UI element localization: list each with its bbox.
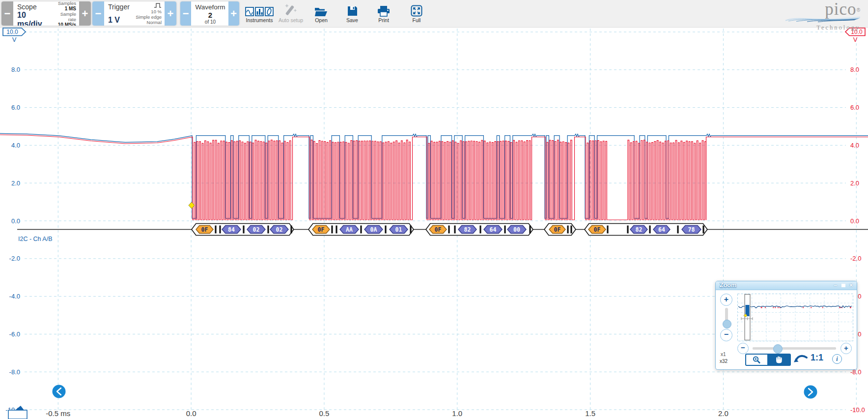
scroll-right-button[interactable] — [804, 386, 817, 399]
right-axis-tick: -10.0 — [850, 406, 865, 414]
right-axis-tick: 4.0 — [850, 142, 859, 149]
scope-panel: − Scope 10 ms/div Samples 1 MS Sample ra… — [1, 1, 91, 26]
logo-trademark: ® — [857, 7, 860, 13]
sample-rate-value: 10 MS/s — [52, 22, 76, 26]
zoom-close-button[interactable]: × — [848, 282, 854, 289]
print-button[interactable]: Print — [371, 2, 396, 23]
full-screen-button[interactable]: Full — [404, 2, 429, 23]
trigger-edge-type: Simple edge — [136, 14, 162, 20]
magnifier-plus-icon — [752, 356, 762, 364]
zoom-horizontal-in-button[interactable]: + — [840, 343, 852, 354]
waveform-count: of 10 — [205, 19, 216, 25]
i2c-ack-bar — [290, 226, 292, 234]
left-axis-tick: 0.0 — [11, 217, 20, 225]
open-button[interactable]: Open — [308, 2, 335, 23]
instruments-button[interactable]: Instruments — [244, 2, 275, 23]
zoom-info-button[interactable]: i — [832, 354, 842, 364]
i2c-ack-bar — [336, 226, 337, 234]
samples-label: Samples — [52, 1, 76, 6]
i2c-ack-bar — [567, 226, 568, 234]
i2c-byte-value: 82 — [464, 226, 471, 233]
i2c-ack-bar — [243, 226, 244, 234]
zoom-magnifier-tool-button[interactable] — [745, 354, 768, 366]
i2c-ack-bar — [649, 226, 650, 234]
undo-arrow-icon — [793, 354, 808, 363]
left-axis-tick: -2.0 — [9, 255, 20, 262]
i2c-byte-value: 0F — [435, 226, 442, 233]
zoom-scale-bottom-label: x32 — [720, 359, 728, 364]
auto-setup-icon — [277, 2, 305, 17]
zoom-horizontal-slider-thumb[interactable] — [773, 344, 783, 354]
i2c-ack-bar — [454, 226, 455, 234]
trigger-marker-diamond[interactable] — [189, 202, 195, 209]
i2c-byte-value: 0F — [594, 226, 601, 233]
scope-title[interactable]: Scope — [17, 3, 52, 11]
scope-increase-button[interactable]: + — [79, 1, 91, 26]
trigger-decrease-button[interactable]: − — [92, 1, 104, 26]
zoom-maximize-button[interactable] — [840, 282, 846, 289]
trigger-panel: − Trigger 1 V 10 % Simple edge Normal + — [92, 1, 176, 26]
i2c-byte-value: 02 — [276, 226, 283, 233]
waveform-next-button[interactable]: + — [228, 1, 239, 26]
zoom-horizontal-slider-track[interactable] — [753, 347, 836, 350]
zoom-vertical-out-button[interactable]: − — [720, 329, 732, 341]
left-axis-tick: -8.0 — [9, 368, 20, 376]
logo-sub: Technology — [777, 25, 860, 31]
i2c-byte-value: 64 — [490, 226, 497, 233]
save-button[interactable]: Save — [340, 2, 364, 23]
i2c-ack-bar — [627, 226, 628, 234]
left-axis-tick: 8.0 — [11, 66, 20, 73]
trigger-title[interactable]: Trigger — [108, 3, 130, 11]
i2c-byte-value: 64 — [658, 226, 665, 233]
zoom-undo-button[interactable] — [793, 354, 808, 365]
i2c-ack-bar — [360, 226, 362, 234]
right-axis-tick: -2.0 — [850, 255, 861, 262]
waveform-panel: − Waveform 2 of 10 + — [180, 1, 239, 26]
right-axis-tick: 6.0 — [850, 104, 859, 111]
zoom-overview-chart[interactable] — [737, 294, 853, 341]
zoom-pan-tool-button[interactable] — [767, 354, 791, 366]
i2c-ack-bar — [677, 226, 678, 234]
i2c-ack-bar — [331, 226, 333, 234]
samples-value: 1 MS — [52, 6, 76, 11]
decode-channel-label: I2C - Ch A/B — [18, 236, 52, 242]
pico-technology-logo: pico® Technology — [777, 0, 860, 31]
i2c-byte-value: 0A — [370, 226, 377, 233]
trigger-increase-button[interactable]: + — [165, 1, 176, 26]
waveform-previous-button[interactable]: − — [180, 1, 191, 26]
print-icon — [371, 2, 396, 17]
save-floppy-icon — [340, 2, 364, 17]
i2c-ack-bar — [504, 226, 505, 234]
zoom-panel-title: Zoom — [720, 282, 736, 289]
i2c-ack-bar — [529, 226, 531, 234]
left-axis-tag-value: 10.0 — [6, 29, 18, 35]
scope-decrease-button[interactable]: − — [1, 1, 13, 26]
zoom-ratio-button[interactable]: 1:1 — [811, 353, 823, 363]
auto-setup-button[interactable]: Auto setup — [277, 2, 305, 23]
i2c-ack-bar — [607, 226, 608, 234]
logo-waves — [777, 14, 860, 24]
scroll-left-button[interactable] — [53, 385, 66, 398]
i2c-byte-value: 82 — [636, 226, 643, 233]
right-axis-tick: 0.0 — [850, 217, 859, 225]
i2c-byte-value: 0F — [318, 226, 325, 233]
zoom-minimize-button[interactable]: – — [832, 282, 839, 289]
zoom-horizontal-out-button[interactable]: − — [737, 343, 749, 354]
sample-rate-label: Sample rate — [52, 11, 76, 22]
scope-timebase-value[interactable]: 10 ms/div — [17, 11, 52, 26]
waveform-title: Waveform — [195, 3, 225, 11]
trigger-edge-icon — [154, 3, 162, 9]
left-axis-unit: V — [12, 36, 17, 43]
trigger-level-value[interactable]: 1 V — [108, 16, 130, 25]
picoscope-app: { "app": {"title": "PicoScope"}, "toolba… — [0, 0, 868, 419]
axis-scroll-marker-box[interactable] — [8, 410, 27, 419]
zoom-vertical-in-button[interactable]: + — [720, 294, 732, 306]
open-folder-icon — [308, 2, 335, 17]
i2c-ack-bar — [410, 226, 411, 234]
left-axis-tick: 4.0 — [11, 142, 20, 149]
i2c-byte-value: 00 — [513, 226, 520, 233]
left-axis-tick: -6.0 — [9, 330, 20, 338]
channel-a-trace — [0, 133, 868, 218]
zoom-scale-top-label: x1 — [721, 352, 726, 357]
zoom-vertical-slider-thumb[interactable] — [723, 320, 731, 329]
